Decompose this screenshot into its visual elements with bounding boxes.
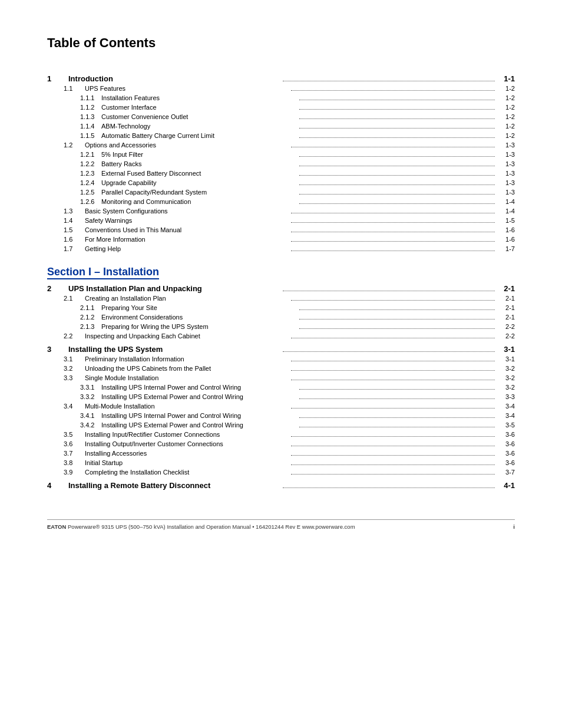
toc-dots	[291, 474, 495, 475]
toc-num: 3.4	[64, 403, 85, 410]
toc-entry-s1.2.4: 1.2.4Upgrade Capability1-3	[47, 179, 515, 187]
toc-num: 3.4.1	[80, 412, 101, 419]
footer-doc: 164201244 Rev E	[256, 523, 300, 530]
toc-dots	[299, 137, 495, 138]
toc-num: 1.2.5	[80, 189, 101, 196]
toc-entry-s1.2.1: 1.2.15% Input Filter1-3	[47, 151, 515, 159]
toc-dots	[283, 291, 495, 291]
toc-entry-s2.2: 2.2Inspecting and Unpacking Each Cabinet…	[47, 332, 515, 340]
toc-page: 3-6	[497, 459, 515, 466]
toc-entry-s3.4.2: 3.4.2Installing UPS External Power and C…	[47, 421, 515, 429]
toc-num: 1.1	[64, 85, 85, 92]
toc-label: Multi-Module Installation	[85, 403, 289, 410]
toc-page: 1-2	[497, 132, 515, 139]
toc-num: 2.2	[64, 332, 85, 340]
toc-dots	[299, 203, 495, 204]
footer-page: i	[513, 523, 515, 530]
toc-dots	[299, 156, 495, 157]
toc-label: Basic System Configurations	[85, 207, 289, 215]
toc-label: Installing UPS Internal Power and Contro…	[101, 412, 297, 419]
toc-entry-s1.4: 1.4Safety Warnings1-5	[47, 217, 515, 225]
toc-dots	[299, 100, 495, 100]
toc-page: 1-2	[497, 113, 515, 120]
footer-website: www.powerware.com	[302, 523, 355, 530]
toc-dots	[291, 361, 495, 361]
toc-num: 1.2.3	[80, 170, 101, 177]
toc-page: 3-4	[497, 403, 515, 410]
toc-page: 1-3	[497, 141, 515, 149]
toc-num: 3.3.2	[80, 393, 101, 400]
toc-num: 1.3	[64, 207, 85, 215]
toc-entry-s1.2.3: 1.2.3External Fused Battery Disconnect1-…	[47, 170, 515, 177]
toc-label: Installing UPS External Power and Contro…	[101, 421, 297, 429]
toc-label: Installation Features	[101, 94, 297, 101]
toc-num: 3.4.2	[80, 421, 101, 429]
toc-num: 3.7	[64, 450, 85, 457]
toc-page: 1-2	[497, 85, 515, 92]
toc-num: 3.5	[64, 431, 85, 438]
toc-entry-s3.3: 3.3Single Module Installation3-2	[47, 374, 515, 382]
toc-entry-s1.2.2: 1.2.2Battery Racks1-3	[47, 160, 515, 168]
toc-num: 1.1.5	[80, 132, 101, 139]
toc-page: 1-3	[497, 151, 515, 158]
toc-label: Installing the UPS System	[68, 345, 280, 354]
toc-num: 2.1.3	[80, 323, 101, 330]
toc-dots	[291, 408, 495, 409]
toc-entry-s1.1.2: 1.1.2Customer Interface1-2	[47, 104, 515, 111]
toc-dots	[291, 370, 495, 371]
toc-num: 2	[47, 284, 68, 293]
toc-dots	[291, 232, 495, 232]
toc-label: Installing Input/Rectifier Customer Conn…	[85, 431, 289, 438]
toc-dots	[299, 427, 495, 427]
toc-page: 1-4	[497, 198, 515, 205]
toc-dots	[299, 128, 495, 129]
toc-label: Introduction	[68, 74, 280, 83]
toc-dots	[299, 319, 495, 319]
toc-entry-s3.7: 3.7Installing Accessories3-6	[47, 450, 515, 457]
toc-dots	[291, 241, 495, 242]
toc-num: 1.2.2	[80, 160, 101, 167]
toc-page: 4-1	[497, 481, 515, 490]
toc-label: Installing Accessories	[85, 450, 289, 457]
toc-page: 1-2	[497, 104, 515, 111]
toc-entry-s2.1: 2.1Creating an Installation Plan2-1	[47, 295, 515, 302]
toc-dots	[291, 436, 495, 437]
toc-page: 3-2	[497, 365, 515, 372]
toc-entry-s1.1: 1.1UPS Features1-2	[47, 85, 515, 93]
toc-dots	[299, 175, 495, 176]
toc-dots	[299, 118, 495, 119]
toc-label: ABM-Technology	[101, 123, 297, 130]
toc-num: 2.1.1	[80, 304, 101, 311]
page-title: Table of Contents	[47, 35, 515, 51]
toc-page: 3-5	[497, 421, 515, 429]
toc-dots	[283, 81, 495, 81]
toc-page: 1-7	[497, 245, 515, 252]
toc-label: Creating an Installation Plan	[85, 295, 289, 302]
toc-page: 1-2	[497, 94, 515, 101]
toc-dots	[291, 90, 495, 91]
toc-num: 1.7	[64, 245, 85, 252]
toc-num: 3	[47, 345, 68, 354]
toc-num: 1.2.6	[80, 198, 101, 205]
toc-entry-ch1: 1Introduction1-1	[47, 74, 515, 83]
toc-entry-ch2: 2UPS Installation Plan and Unpacking2-1	[47, 284, 515, 293]
toc-entry-s1.1.3: 1.1.3Customer Convenience Outlet1-2	[47, 113, 515, 121]
toc-label: Conventions Used in This Manual	[85, 226, 289, 233]
toc-dots	[291, 446, 495, 446]
toc-dots	[299, 328, 495, 329]
toc-label: Preparing Your Site	[101, 304, 297, 311]
toc-entry-s1.2.6: 1.2.6Monitoring and Communication1-4	[47, 198, 515, 206]
toc-entry-s3.3.2: 3.3.2Installing UPS External Power and C…	[47, 393, 515, 401]
toc-num: 1.5	[64, 226, 85, 233]
toc-num: 1.1.2	[80, 104, 101, 111]
toc-dots	[283, 487, 495, 488]
toc-entry-s3.9: 3.9Completing the Installation Checklist…	[47, 469, 515, 476]
toc-entry-s2.1.1: 2.1.1Preparing Your Site2-1	[47, 304, 515, 312]
toc-page: 3-7	[497, 469, 515, 476]
toc-dots	[299, 417, 495, 418]
toc-dots	[291, 213, 495, 213]
toc-label: 5% Input Filter	[101, 151, 297, 158]
footer-product: Powerware® 9315 UPS (500–750 kVA) Instal…	[68, 523, 250, 530]
toc-entry-s1.6: 1.6For More Information1-6	[47, 236, 515, 243]
toc-page: 1-3	[497, 189, 515, 196]
